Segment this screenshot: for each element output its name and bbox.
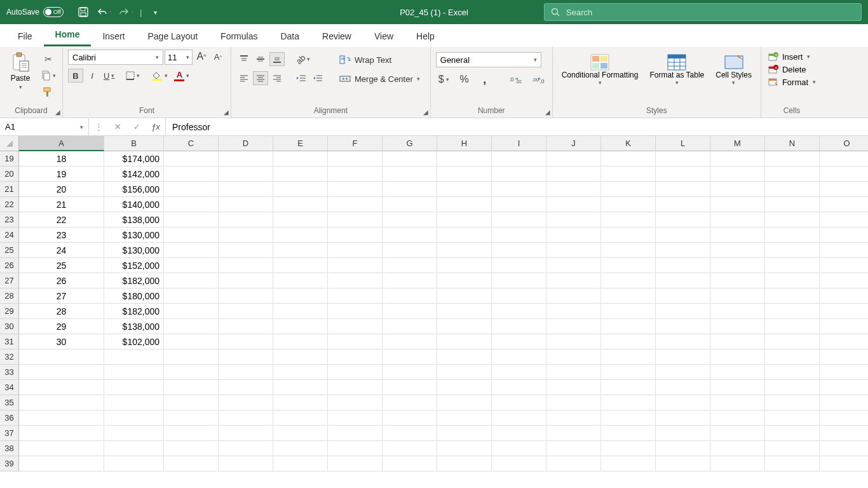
cell[interactable] bbox=[765, 166, 820, 182]
cell[interactable] bbox=[437, 319, 492, 334]
cell[interactable] bbox=[656, 273, 710, 288]
cell[interactable]: $174,000 bbox=[104, 151, 164, 166]
cell[interactable] bbox=[383, 182, 437, 197]
cell[interactable] bbox=[546, 212, 601, 227]
cell[interactable]: 21 bbox=[19, 197, 104, 212]
cell[interactable] bbox=[383, 151, 437, 166]
cell[interactable] bbox=[820, 319, 868, 334]
tab-review[interactable]: Review bbox=[311, 26, 363, 46]
cell[interactable] bbox=[19, 426, 104, 441]
cell[interactable] bbox=[437, 456, 492, 471]
cell[interactable] bbox=[104, 426, 164, 441]
cell[interactable] bbox=[546, 273, 601, 288]
cell[interactable] bbox=[104, 349, 164, 365]
cell[interactable] bbox=[383, 273, 437, 288]
cell[interactable] bbox=[164, 258, 219, 273]
cell[interactable] bbox=[656, 426, 710, 441]
cell[interactable]: $102,000 bbox=[104, 334, 164, 349]
cell[interactable] bbox=[437, 212, 492, 227]
font-name-select[interactable]: Calibri▾ bbox=[68, 50, 163, 65]
cell[interactable]: $140,000 bbox=[104, 197, 164, 212]
cell[interactable] bbox=[383, 243, 437, 258]
cell[interactable] bbox=[219, 426, 273, 441]
italic-button[interactable]: I bbox=[85, 69, 100, 83]
cell[interactable] bbox=[601, 304, 656, 319]
cell[interactable] bbox=[219, 441, 273, 456]
cell[interactable] bbox=[820, 410, 868, 426]
cell[interactable] bbox=[328, 410, 383, 426]
row-header[interactable]: 23 bbox=[0, 212, 19, 227]
cell[interactable] bbox=[383, 365, 437, 380]
cell[interactable] bbox=[164, 304, 219, 319]
cell[interactable]: 24 bbox=[19, 243, 104, 258]
cell[interactable] bbox=[656, 182, 710, 197]
cell[interactable]: 30 bbox=[19, 334, 104, 349]
cell[interactable] bbox=[820, 395, 868, 410]
cell[interactable] bbox=[164, 227, 219, 243]
cell[interactable] bbox=[328, 197, 383, 212]
cell[interactable] bbox=[164, 334, 219, 349]
cell[interactable] bbox=[765, 334, 820, 349]
cell[interactable] bbox=[437, 426, 492, 441]
cell[interactable] bbox=[710, 273, 765, 288]
cell[interactable] bbox=[710, 365, 765, 380]
cell[interactable]: 20 bbox=[19, 182, 104, 197]
insert-cells-button[interactable]: + Insert▾ bbox=[766, 51, 817, 62]
cell[interactable] bbox=[164, 349, 219, 365]
cell[interactable] bbox=[820, 273, 868, 288]
cell[interactable] bbox=[601, 258, 656, 273]
row-header[interactable]: 31 bbox=[0, 334, 19, 349]
cell[interactable]: $182,000 bbox=[104, 304, 164, 319]
copy-button[interactable] bbox=[39, 69, 57, 83]
cell[interactable] bbox=[219, 349, 273, 365]
column-header-I[interactable]: I bbox=[492, 136, 546, 151]
cell[interactable] bbox=[601, 365, 656, 380]
cell[interactable] bbox=[328, 456, 383, 471]
cell[interactable] bbox=[219, 273, 273, 288]
cell[interactable] bbox=[273, 441, 328, 456]
cell[interactable] bbox=[328, 258, 383, 273]
cell[interactable] bbox=[820, 197, 868, 212]
cell[interactable] bbox=[601, 166, 656, 182]
cell[interactable] bbox=[19, 365, 104, 380]
cell[interactable] bbox=[765, 380, 820, 395]
cell[interactable] bbox=[273, 426, 328, 441]
cell[interactable] bbox=[656, 334, 710, 349]
cell[interactable] bbox=[765, 304, 820, 319]
cell[interactable] bbox=[546, 334, 601, 349]
cell-styles-button[interactable]: Cell Styles▾ bbox=[712, 52, 756, 87]
cell[interactable] bbox=[601, 212, 656, 227]
cell[interactable] bbox=[820, 365, 868, 380]
cell[interactable] bbox=[492, 273, 546, 288]
shrink-font-button[interactable]: A^ bbox=[210, 50, 226, 64]
select-all-corner[interactable] bbox=[0, 136, 19, 151]
cell[interactable] bbox=[492, 288, 546, 304]
cell[interactable] bbox=[273, 166, 328, 182]
column-header-N[interactable]: N bbox=[765, 136, 820, 151]
cell[interactable] bbox=[546, 456, 601, 471]
cell[interactable] bbox=[820, 304, 868, 319]
cell[interactable] bbox=[437, 334, 492, 349]
cell[interactable] bbox=[546, 395, 601, 410]
cell[interactable] bbox=[656, 349, 710, 365]
cell[interactable] bbox=[273, 410, 328, 426]
cell[interactable] bbox=[820, 334, 868, 349]
cell[interactable] bbox=[765, 288, 820, 304]
cell[interactable] bbox=[219, 182, 273, 197]
cell[interactable] bbox=[273, 365, 328, 380]
cell[interactable] bbox=[492, 304, 546, 319]
cell[interactable] bbox=[546, 365, 601, 380]
cell[interactable] bbox=[765, 151, 820, 166]
cell[interactable] bbox=[383, 227, 437, 243]
cell[interactable] bbox=[656, 243, 710, 258]
cell[interactable] bbox=[546, 380, 601, 395]
cell[interactable] bbox=[601, 288, 656, 304]
borders-button[interactable] bbox=[123, 69, 142, 83]
cell[interactable] bbox=[437, 365, 492, 380]
cell[interactable]: $156,000 bbox=[104, 182, 164, 197]
cell[interactable] bbox=[765, 258, 820, 273]
cell[interactable] bbox=[601, 182, 656, 197]
row-header[interactable]: 19 bbox=[0, 151, 19, 166]
cell[interactable] bbox=[710, 288, 765, 304]
cell[interactable] bbox=[765, 365, 820, 380]
